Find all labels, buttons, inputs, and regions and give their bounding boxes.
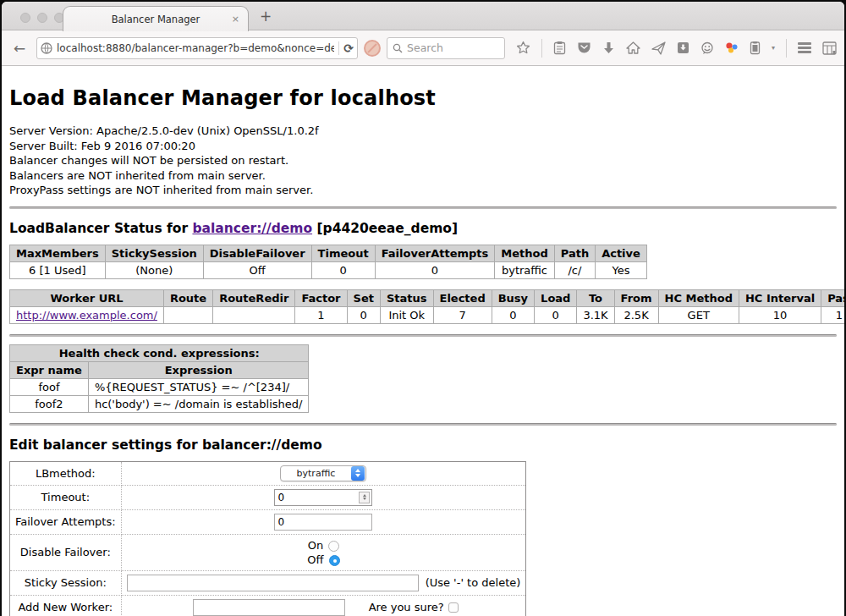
timeout-input[interactable] xyxy=(275,492,359,503)
are-you-sure-checkbox[interactable] xyxy=(448,602,459,613)
disable-failover-on-radio[interactable] xyxy=(328,541,339,552)
cell-timeout: 0 xyxy=(311,261,375,278)
pocket-icon[interactable] xyxy=(577,41,591,54)
add-worker-input[interactable] xyxy=(193,599,345,616)
reload-icon[interactable]: ⟳ xyxy=(343,41,354,55)
cell-expression: hc('body') =~ /domain is established/ xyxy=(88,395,309,412)
col-failoverattempts: FailoverAttempts xyxy=(375,245,495,261)
table-header-row: Worker URL Route RouteRedir Factor Set S… xyxy=(10,289,845,306)
cell-set: 0 xyxy=(347,306,380,323)
disable-failover-row: Disable Failover: On Off xyxy=(10,534,526,570)
server-info: Server Version: Apache/2.5.0-dev (Unix) … xyxy=(9,124,837,198)
worker-url-link[interactable]: http://www.example.com/ xyxy=(16,309,157,322)
disable-failover-label: Disable Failover: xyxy=(10,534,122,570)
cell-expr-name: foof xyxy=(10,378,89,395)
menu-hamburger-icon[interactable] xyxy=(798,41,811,56)
cell-hc-interval: 10 xyxy=(739,306,821,323)
session-clipboard-icon[interactable] xyxy=(750,41,761,55)
col-timeout: Timeout xyxy=(311,245,375,261)
page-content: Load Balancer Manager for localhost Serv… xyxy=(2,66,844,616)
home-icon[interactable] xyxy=(626,41,640,54)
failover-attempts-label: Failover Attempts: xyxy=(10,509,122,534)
section-divider xyxy=(9,423,837,426)
cell-factor: 1 xyxy=(295,306,347,323)
col-expression: Expression xyxy=(88,361,309,378)
send-plane-icon[interactable] xyxy=(651,41,666,55)
col-method: Method xyxy=(495,245,554,261)
radio-on-label: On xyxy=(308,539,323,552)
window-controls[interactable] xyxy=(20,13,64,23)
url-bar[interactable]: localhost:8880/balancer-manager?b=demo&n… xyxy=(36,37,358,59)
toolbar-separator xyxy=(541,39,542,58)
close-window-button[interactable] xyxy=(20,13,30,23)
failover-attempts-row: Failover Attempts: xyxy=(10,509,526,534)
section-divider xyxy=(9,334,837,337)
cell-worker-url: http://www.example.com/ xyxy=(10,306,164,323)
page-title: Load Balancer Manager for localhost xyxy=(9,66,837,118)
cell-to: 3.1K xyxy=(577,306,614,323)
new-tab-button[interactable]: + xyxy=(260,8,272,25)
inherit-note-line: Balancers are NOT inherited from main se… xyxy=(9,168,837,184)
bookmarks-clipboard-icon[interactable] xyxy=(553,41,566,55)
select-stepper-icon xyxy=(351,466,365,481)
sticky-session-input[interactable] xyxy=(127,575,419,591)
table-title-row: Health check cond. expressions: xyxy=(10,344,309,361)
col-load: Load xyxy=(535,289,577,306)
cell-status: Init Ok xyxy=(380,306,433,323)
toolbar-icons: ▾ xyxy=(516,39,837,58)
cell-disablefailover: Off xyxy=(203,261,311,278)
timeout-label: Timeout: xyxy=(10,485,122,509)
chevron-down-icon[interactable]: ▾ xyxy=(772,44,775,52)
cell-maxmembers: 6 [1 Used] xyxy=(10,261,106,278)
cell-load: 0 xyxy=(535,306,577,323)
lbmethod-row: LBmethod: bytraffic xyxy=(10,461,526,485)
timeout-row: Timeout: xyxy=(10,485,526,509)
browser-window: Balancer Manager × + ← localhost:8880/ba… xyxy=(2,2,844,616)
col-to: To xyxy=(577,289,614,306)
cell-expression: %{REQUEST_STATUS} =~ /^[234]/ xyxy=(88,378,309,395)
url-text[interactable]: localhost:8880/balancer-manager?b=demo&n… xyxy=(57,42,334,54)
navigation-toolbar: ← localhost:8880/balancer-manager?b=demo… xyxy=(2,30,844,66)
disable-failover-off-radio[interactable] xyxy=(329,555,340,566)
search-bar[interactable]: Search xyxy=(387,37,505,59)
cell-expr-name: foof2 xyxy=(10,395,89,412)
search-placeholder[interactable]: Search xyxy=(407,41,443,54)
col-factor: Factor xyxy=(295,289,347,306)
col-routeredir: RouteRedir xyxy=(213,289,295,306)
tab-balancer-manager[interactable]: Balancer Manager × xyxy=(63,6,249,31)
col-passes: Passes xyxy=(821,289,844,306)
downloads-arrow-icon[interactable] xyxy=(602,41,615,55)
cell-method: bytraffic xyxy=(495,261,554,278)
adblock-icon[interactable] xyxy=(364,40,381,57)
add-worker-label: Add New Worker: xyxy=(10,595,122,616)
table-row: http://www.example.com/ 1 0 Init Ok 7 0 … xyxy=(10,306,845,323)
bookmark-star-icon[interactable] xyxy=(516,41,530,55)
tile-view-icon[interactable] xyxy=(822,41,837,55)
lbmethod-select[interactable]: bytraffic xyxy=(280,465,366,481)
col-from: From xyxy=(614,289,658,306)
col-status: Status xyxy=(380,289,433,306)
timeout-field-wrap xyxy=(274,489,372,506)
col-worker-url: Worker URL xyxy=(10,289,164,306)
extension-dots-icon[interactable] xyxy=(725,41,739,54)
table-row: foof %{REQUEST_STATUS} =~ /^[234]/ xyxy=(10,378,309,395)
site-identity-globe-icon[interactable] xyxy=(41,42,52,54)
balancer-demo-link[interactable]: balancer://demo xyxy=(192,221,312,236)
chat-smiley-icon[interactable] xyxy=(700,41,714,55)
search-icon xyxy=(393,43,403,53)
failover-attempts-input[interactable] xyxy=(274,514,372,531)
loadbalancer-status-heading: LoadBalancer Status for balancer://demo … xyxy=(9,221,837,236)
section-divider xyxy=(9,206,837,209)
download-manager-icon[interactable] xyxy=(677,41,689,54)
server-version-line: Server Version: Apache/2.5.0-dev (Unix) … xyxy=(9,124,837,139)
tab-close-icon[interactable]: × xyxy=(232,14,239,25)
minimize-window-button[interactable] xyxy=(37,13,47,23)
cell-routeredir xyxy=(213,306,295,323)
col-maxmembers: MaxMembers xyxy=(10,245,106,261)
lbmethod-label: LBmethod: xyxy=(10,461,122,485)
are-you-sure-label: Are you sure? xyxy=(369,601,444,613)
back-button[interactable]: ← xyxy=(8,37,30,59)
sticky-session-label: Sticky Session: xyxy=(10,570,122,595)
table-header-row: Expr name Expression xyxy=(10,361,309,378)
number-spinner-icon[interactable] xyxy=(359,492,370,503)
